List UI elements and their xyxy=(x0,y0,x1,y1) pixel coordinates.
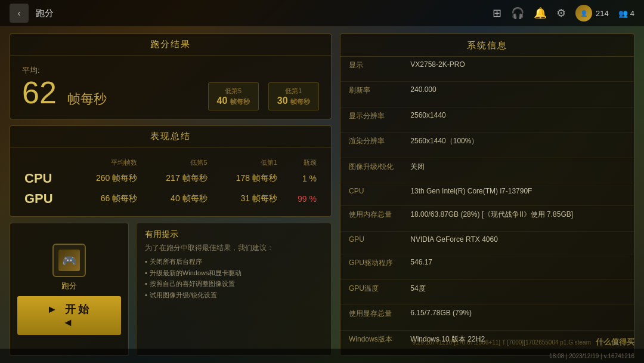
performance-summary-title: 表现总结 xyxy=(10,126,331,147)
benchmark-left: 平均: 62 帧每秒 xyxy=(22,65,208,110)
low5-value: 40 帧每秒 xyxy=(217,96,250,106)
sysinfo-row-7: GPU NVIDIA GeForce RTX 4060 xyxy=(340,231,634,254)
friends-number: 4 xyxy=(630,9,634,18)
perf-avg-1: 66 帧每秒 xyxy=(72,189,142,209)
sysinfo-val-9: 54度 xyxy=(402,279,634,304)
headphone-icon[interactable]: 🎧 xyxy=(511,7,524,20)
bell-icon[interactable]: 🔔 xyxy=(534,7,547,20)
perf-low1-0: 178 帧每秒 xyxy=(212,168,282,189)
friends-count[interactable]: 👥 4 xyxy=(618,9,634,18)
system-info-title: 系统信息 xyxy=(340,34,634,57)
sysinfo-key-6: 使用内存总量 xyxy=(340,206,402,231)
topbar-right: ⊞ 🎧 🔔 ⚙ 👤 214 👥 4 xyxy=(493,5,634,21)
back-button[interactable]: ‹ xyxy=(10,4,29,23)
perf-table: 平均帧数 低第5 低第1 瓶颈 CPU 260 帧每秒 217 帧每秒 178 … xyxy=(20,157,321,209)
sysinfo-val-5: 13th Gen Intel(R) Core(TM) i7-13790F xyxy=(402,183,634,206)
benchmark-label: 跑分 xyxy=(61,281,77,291)
tips-item-3: 试用图像升级/锐化设置 xyxy=(145,290,323,301)
tips-item-2: 按照自己的喜好调整图像设置 xyxy=(145,278,323,290)
low1-label: 低第1 xyxy=(277,87,310,96)
main-content: 跑分结果 平均: 62 帧每秒 低第5 40 xyxy=(0,26,644,363)
sysinfo-row-0: 显示 VX2758-2K-PRO xyxy=(340,57,634,82)
sysinfo-row-8: GPU驱动程序 546.17 xyxy=(340,254,634,279)
footer-timestamp: 18:08 | 2023/12/19 | v.16741216 xyxy=(549,353,634,359)
sysinfo-val-6: 18.00/63.87GB (28%) [《现代战争II》使用 7.85GB] xyxy=(402,206,634,231)
sysinfo-val-8: 546.17 xyxy=(402,254,634,279)
tips-title: 有用提示 xyxy=(145,229,323,240)
benchmark-results-title: 跑分结果 xyxy=(10,34,331,56)
perf-low5-0: 217 帧每秒 xyxy=(142,168,212,189)
tips-item-1: 升级最新的Windows和显卡驱动 xyxy=(145,267,323,279)
avatar-circle: 👤 xyxy=(575,5,592,21)
sysinfo-key-10: 使用显存总量 xyxy=(340,305,402,330)
sysinfo-key-2: 显示分辨率 xyxy=(340,107,402,132)
sysinfo-row-10: 使用显存总量 6.15/7.78GB (79%) xyxy=(340,305,634,330)
sysinfo-key-3: 渲染分辨率 xyxy=(340,133,402,158)
sysinfo-row-4: 图像升级/锐化 关闭 xyxy=(340,158,634,183)
tips-box: 有用提示 为了在跑分中取得最佳结果，我们建议： 关闭所有后台程序升级最新的Win… xyxy=(136,223,332,356)
perf-col-avg: 平均帧数 xyxy=(72,157,142,168)
benchmark-icon-box: 🎮 xyxy=(52,244,86,277)
bottom-area: 🎮 跑分 ► 开始 ◄ 有用提示 为了在跑分中取得最佳结果，我们建议： 关闭所有… xyxy=(10,223,332,356)
sysinfo-key-8: GPU驱动程序 xyxy=(340,254,402,279)
sysinfo-table: 显示 VX2758-2K-PRO 刷新率 240.000 显示分辨率 2560x… xyxy=(340,57,634,355)
perf-box: 平均帧数 低第5 低第1 瓶颈 CPU 260 帧每秒 217 帧每秒 178 … xyxy=(10,147,331,216)
system-info-section: 系统信息 显示 VX2758-2K-PRO 刷新率 240.000 显示分辨率 … xyxy=(340,33,634,356)
perf-avg-0: 260 帧每秒 xyxy=(72,168,142,189)
sysinfo-val-3: 2560x1440（100%） xyxy=(402,133,634,158)
performance-summary-section: 表现总结 平均帧数 低第5 低第1 瓶颈 CPU 260 帧每秒 217 xyxy=(10,125,332,217)
perf-col-low5: 低第5 xyxy=(142,157,212,168)
benchmark-icon: 🎮 xyxy=(58,250,80,271)
perf-name-1: GPU xyxy=(20,189,72,209)
sysinfo-val-0: VX2758-2K-PRO xyxy=(402,57,634,82)
fps-unit: 帧每秒 xyxy=(67,91,107,106)
perf-row-gpu: GPU 66 帧每秒 40 帧每秒 31 帧每秒 99 % xyxy=(20,189,321,209)
topbar-title: 跑分 xyxy=(36,8,54,19)
sysinfo-row-2: 显示分辨率 2560x1440 xyxy=(340,107,634,132)
benchmark-fps: 62 帧每秒 xyxy=(22,77,208,108)
benchmark-start-box: 🎮 跑分 ► 开始 ◄ xyxy=(10,223,129,356)
perf-col-name xyxy=(20,157,72,168)
perf-low1-1: 31 帧每秒 xyxy=(212,189,282,209)
sysinfo-row-1: 刷新率 240.000 xyxy=(340,82,634,107)
low1-item: 低第1 30 帧每秒 xyxy=(268,82,319,110)
benchmark-main: 平均: 62 帧每秒 低第5 40 帧每秒 xyxy=(22,65,319,110)
fps-value: 62 xyxy=(22,75,57,110)
perf-row-cpu: CPU 260 帧每秒 217 帧每秒 178 帧每秒 1 % xyxy=(20,168,321,189)
gear-icon[interactable]: ⚙ xyxy=(556,7,566,20)
user-score: 214 xyxy=(596,9,609,18)
back-icon: ‹ xyxy=(18,8,21,18)
sysinfo-val-2: 2560x1440 xyxy=(402,107,634,132)
sysinfo-key-1: 刷新率 xyxy=(340,82,402,107)
grid-icon[interactable]: ⊞ xyxy=(493,7,501,20)
sysinfo-row-9: GPU温度 54度 xyxy=(340,279,634,304)
sysinfo-val-7: NVIDIA GeForce RTX 4060 xyxy=(402,231,634,254)
topbar: ‹ 跑分 ⊞ 🎧 🔔 ⚙ 👤 214 👥 4 xyxy=(0,0,644,26)
perf-bottleneck-0: 1 % xyxy=(282,168,321,189)
benchmark-results-section: 跑分结果 平均: 62 帧每秒 低第5 40 xyxy=(10,33,332,119)
sysinfo-val-1: 240.000 xyxy=(402,82,634,107)
perf-low5-1: 40 帧每秒 xyxy=(142,189,212,209)
low5-label: 低第5 xyxy=(217,87,250,96)
friends-icon: 👥 xyxy=(618,9,628,18)
left-panel: 跑分结果 平均: 62 帧每秒 低第5 40 xyxy=(10,33,332,356)
footer: 18:08 | 2023/12/19 | v.16741216 xyxy=(0,349,644,363)
sysinfo-key-7: GPU xyxy=(340,231,402,254)
start-button[interactable]: ► 开始 ◄ xyxy=(17,296,121,335)
sysinfo-row-5: CPU 13th Gen Intel(R) Core(TM) i7-13790F xyxy=(340,183,634,206)
tips-item-0: 关闭所有后台程序 xyxy=(145,256,323,267)
sysinfo-row-6: 使用内存总量 18.00/63.87GB (28%) [《现代战争II》使用 7… xyxy=(340,206,634,231)
low5-item: 低第5 40 帧每秒 xyxy=(208,82,259,110)
perf-col-bottleneck: 瓶颈 xyxy=(282,157,321,168)
tips-items: 关闭所有后台程序升级最新的Windows和显卡驱动按照自己的喜好调整图像设置试用… xyxy=(145,256,323,301)
sysinfo-key-4: 图像升级/锐化 xyxy=(340,158,402,183)
sysinfo-key-9: GPU温度 xyxy=(340,279,402,304)
benchmark-low-row: 低第5 40 帧每秒 低第1 30 帧每秒 xyxy=(208,82,320,110)
user-avatar[interactable]: 👤 214 xyxy=(575,5,609,21)
sysinfo-val-4: 关闭 xyxy=(402,158,634,183)
perf-name-0: CPU xyxy=(20,168,72,189)
sysinfo-key-0: 显示 xyxy=(340,57,402,82)
low1-value: 30 帧每秒 xyxy=(277,96,310,106)
perf-col-low1: 低第1 xyxy=(212,157,282,168)
sysinfo-key-5: CPU xyxy=(340,183,402,206)
